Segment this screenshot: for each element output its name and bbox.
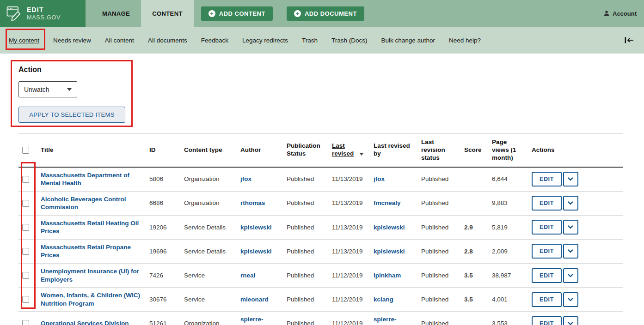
row-title-link[interactable]: Massachusetts Department of Mental Healt… <box>41 171 142 187</box>
action-select[interactable]: Unwatch <box>18 81 77 97</box>
row-last-revised-by-link[interactable]: spierre-deneiza <box>374 316 397 325</box>
row-id: 51261 <box>146 312 180 325</box>
row-score <box>460 167 488 192</box>
tab-manage[interactable]: MANAGE <box>91 0 141 27</box>
subnav-need-help[interactable]: Need help? <box>442 37 488 44</box>
edit-dropdown-button[interactable] <box>563 268 578 283</box>
row-last-revised-by-link[interactable]: kclang <box>374 296 393 303</box>
row-checkbox[interactable] <box>22 176 29 183</box>
edit-button[interactable]: EDIT <box>532 268 562 283</box>
edit-dropdown-button[interactable] <box>563 244 578 259</box>
add-document-button[interactable]: + ADD DOCUMENT <box>287 6 364 21</box>
user-icon <box>603 10 610 17</box>
account-menu[interactable]: Account <box>603 0 637 27</box>
subnav-all-content[interactable]: All content <box>98 37 141 44</box>
edit-dropdown-button[interactable] <box>563 292 578 307</box>
row-checkbox[interactable] <box>22 248 29 255</box>
row-last-revised-by-link[interactable]: lpinkham <box>374 272 401 279</box>
row-checkbox[interactable] <box>22 272 29 279</box>
row-page-views: 5,819 <box>488 215 528 239</box>
col-header-page-views[interactable]: Page views (1 month) <box>488 134 528 167</box>
row-last-revised-by-link[interactable]: kpisiewski <box>374 224 405 231</box>
row-checkbox[interactable] <box>22 224 29 231</box>
row-author-link[interactable]: rthomas <box>240 199 265 206</box>
subnav-trash-docs[interactable]: Trash (Docs) <box>325 37 374 44</box>
table-row: Massachusetts Retail Heating Oil Prices … <box>18 215 623 239</box>
row-score <box>460 312 488 325</box>
row-publication-status: Published <box>283 215 328 239</box>
col-header-score[interactable]: Score <box>460 134 488 167</box>
edit-dropdown-button[interactable] <box>563 196 578 211</box>
row-title-link[interactable]: Massachusetts Retail Propane Prices <box>41 243 142 259</box>
subnav-all-documents[interactable]: All documents <box>141 37 194 44</box>
col-header-author: Author <box>237 134 283 167</box>
row-author-link[interactable]: mleonard <box>240 296 269 303</box>
row-author-link[interactable]: kpisiewski <box>240 248 272 255</box>
action-heading: Action <box>18 66 644 74</box>
subnav-my-content[interactable]: My content <box>2 37 46 44</box>
table-row: Operational Services Division 51261 Orga… <box>18 312 623 325</box>
row-title-link[interactable]: Operational Services Division <box>41 319 129 325</box>
col-header-last-revised[interactable]: Last revised <box>328 134 370 167</box>
apply-to-selected-button[interactable]: APPLY TO SELECTED ITEMS <box>18 107 125 123</box>
row-publication-status: Published <box>283 288 328 312</box>
subnav-legacy-redirects[interactable]: Legacy redirects <box>235 37 295 44</box>
subnav-needs-review[interactable]: Needs review <box>46 37 98 44</box>
row-id: 7426 <box>146 264 180 288</box>
chevron-down-icon <box>568 177 573 181</box>
edit-button[interactable]: EDIT <box>532 196 562 211</box>
col-header-content-type[interactable]: Content type <box>180 134 237 167</box>
row-last-revised: 11/12/2019 <box>328 312 370 325</box>
chevron-down-icon <box>568 201 573 205</box>
row-author-link[interactable]: jfox <box>240 175 251 182</box>
row-last-revised-by-link[interactable]: jfox <box>374 175 385 182</box>
row-title-link[interactable]: Alcoholic Beverages Control Commission <box>41 195 142 211</box>
logo-line2: MASS.GOV <box>27 14 61 21</box>
row-checkbox[interactable] <box>22 200 29 207</box>
row-last-revised-by-link[interactable]: fmcnealy <box>374 199 401 206</box>
row-content-type: Service <box>180 264 237 288</box>
sort-direction-icon[interactable] <box>360 153 363 156</box>
select-all-checkbox[interactable] <box>22 147 29 154</box>
row-author-link[interactable]: kpisiewski <box>240 224 272 231</box>
add-content-button[interactable]: + ADD CONTENT <box>201 6 273 21</box>
account-label: Account <box>613 10 637 17</box>
subnav-feedback[interactable]: Feedback <box>194 37 235 44</box>
row-author-link[interactable]: rneal <box>240 272 255 279</box>
edit-dropdown-button[interactable] <box>563 172 578 187</box>
row-publication-status: Published <box>283 191 328 215</box>
row-last-revised-by-link[interactable]: kpisiewski <box>374 248 405 255</box>
last-revised-sort-link[interactable]: Last revised <box>332 142 354 157</box>
row-checkbox[interactable] <box>22 320 29 325</box>
row-last-revision-status: Published <box>417 264 460 288</box>
edit-dropdown-button[interactable] <box>563 220 578 235</box>
add-document-label: ADD DOCUMENT <box>305 10 357 17</box>
chevron-down-icon <box>568 274 573 277</box>
subnav-bulk-change-author[interactable]: Bulk change author <box>374 37 442 44</box>
row-id: 5806 <box>146 167 180 192</box>
subnav: My content Needs review All content All … <box>0 27 644 54</box>
row-title-link[interactable]: Massachusetts Retail Heating Oil Prices <box>41 219 142 235</box>
row-page-views: 4,001 <box>488 288 528 312</box>
row-checkbox[interactable] <box>22 296 29 303</box>
edit-button[interactable]: EDIT <box>532 244 562 259</box>
collapse-sidebar-icon[interactable] <box>625 37 634 43</box>
edit-dropdown-button[interactable] <box>563 316 578 325</box>
row-author-link[interactable]: spierre-deneiza <box>240 316 264 325</box>
edit-button[interactable]: EDIT <box>532 292 562 307</box>
table-row: Unemployment Insurance (UI) for Employer… <box>18 264 623 288</box>
row-last-revision-status: Published <box>417 312 460 325</box>
tab-content[interactable]: CONTENT <box>141 0 194 27</box>
row-title-link[interactable]: Unemployment Insurance (UI) for Employer… <box>41 267 142 283</box>
row-id: 19206 <box>146 215 180 239</box>
row-last-revision-status: Published <box>417 239 460 263</box>
edit-button[interactable]: EDIT <box>532 172 562 187</box>
col-header-publication-status[interactable]: Publication Status <box>283 134 328 167</box>
row-page-views: 38,987 <box>488 264 528 288</box>
row-title-link[interactable]: Women, Infants, & Children (WIC) Nutriti… <box>41 291 142 307</box>
subnav-trash[interactable]: Trash <box>295 37 325 44</box>
edit-button[interactable]: EDIT <box>532 220 562 235</box>
row-content-type: Service <box>180 288 237 312</box>
edit-button[interactable]: EDIT <box>532 316 562 325</box>
row-content-type: Organization <box>180 312 237 325</box>
